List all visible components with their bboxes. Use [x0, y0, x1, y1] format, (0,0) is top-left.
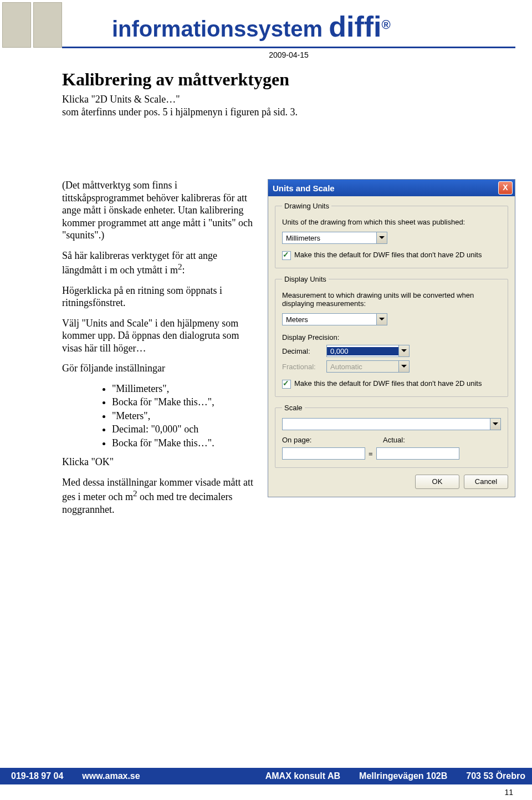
ok-button[interactable]: OK — [415, 475, 459, 489]
onpage-label: On page: — [282, 436, 354, 444]
page-title: Kalibrering av måttverktygen — [62, 69, 515, 90]
paragraph-1: (Det måttverktyg som finns i tittskåpspr… — [62, 179, 257, 242]
display-units-legend: Display Units — [282, 275, 329, 283]
paragraph-5: Gör följande inställningar — [62, 362, 257, 375]
fractional-label: Fractional: — [282, 363, 322, 371]
fractional-value: Automatic — [327, 363, 398, 371]
header-brand: diffi — [329, 11, 381, 43]
chevron-down-icon — [376, 314, 387, 325]
chevron-down-icon — [398, 361, 409, 372]
display-units-checkbox-label: Make this the default for DWF files that… — [294, 379, 482, 388]
list-item: "Meters", — [112, 410, 257, 422]
page-number: 11 — [504, 788, 513, 797]
paragraph-4: Välj "Units and Scale" i den hjälpmeny s… — [62, 317, 257, 355]
decimal-value: 0,000 — [327, 347, 398, 355]
chevron-down-icon — [490, 419, 500, 430]
drawing-units-checkbox-label: Make this the default for DWF files that… — [294, 251, 482, 259]
cancel-button[interactable]: Cancel — [464, 475, 508, 489]
decimal-label: Decimal: — [282, 347, 322, 355]
decimal-combo[interactable]: 0,000 — [326, 345, 410, 357]
drawing-units-default-checkbox[interactable] — [282, 251, 291, 260]
drawing-units-combo[interactable]: Millimeters — [282, 232, 387, 244]
close-icon[interactable]: X — [498, 181, 513, 195]
intro-line-2: som återfinns under pos. 5 i hjälpmenyn … — [62, 106, 515, 119]
scale-legend: Scale — [282, 404, 305, 412]
chevron-down-icon — [398, 345, 409, 356]
display-units-caption: Measurement to which drawing units will … — [282, 291, 501, 308]
intro-line-1: Klicka "2D Units & Scale…" — [62, 93, 515, 106]
chevron-down-icon — [376, 232, 387, 243]
drawing-units-value: Millimeters — [283, 234, 376, 242]
display-units-combo[interactable]: Meters — [282, 313, 387, 325]
drawing-units-caption: Units of the drawing from which this she… — [282, 218, 501, 226]
registered-mark: ® — [382, 18, 391, 32]
list-item: Bocka för "Make this…", — [112, 396, 257, 409]
display-units-group: Display Units Measurement to which drawi… — [275, 275, 508, 397]
footer-bar: 019-18 97 04 www.amax.se AMAX konsult AB… — [0, 768, 532, 784]
drawing-units-legend: Drawing Units — [282, 202, 331, 210]
list-item: Bocka för "Make this…". — [112, 437, 257, 450]
header-date: 2009-04-15 — [62, 50, 515, 59]
list-item: "Millimeters", — [112, 383, 257, 395]
display-units-value: Meters — [283, 315, 376, 324]
drawing-units-group: Drawing Units Units of the drawing from … — [275, 202, 508, 268]
units-and-scale-dialog: Units and Scale X Drawing Units Units of… — [268, 179, 515, 497]
onpage-input[interactable] — [282, 447, 365, 460]
scale-group: Scale On page: Actual: = — [275, 404, 508, 468]
header-rule — [62, 47, 515, 48]
equals-sign: = — [369, 450, 373, 458]
background-decoration — [0, 0, 58, 50]
dialog-title: Units and Scale — [273, 184, 335, 193]
footer-phone: 019-18 97 04 — [11, 771, 63, 781]
fractional-combo: Automatic — [326, 360, 410, 373]
paragraph-7: Med dessa inställningar kommer visade må… — [62, 476, 257, 516]
list-item: Decimal: "0,000" och — [112, 423, 257, 436]
paragraph-3: Högerklicka på en ritning som öppnats i … — [62, 284, 257, 309]
footer-postal: 703 53 Örebro — [466, 771, 525, 781]
settings-list: "Millimeters", Bocka för "Make this…", "… — [62, 383, 257, 450]
header-title-prefix: informationssystem — [112, 17, 329, 41]
footer-address: Mellringevägen 102B — [359, 771, 447, 781]
paragraph-2: Så här kalibreras verktyget för att ange… — [62, 249, 257, 277]
display-precision-label: Display Precision: — [282, 333, 501, 342]
display-units-default-checkbox[interactable] — [282, 380, 291, 389]
actual-input[interactable] — [376, 447, 459, 460]
header-title: informationssystem diffi® — [112, 10, 515, 43]
actual-label: Actual: — [383, 436, 405, 444]
scale-combo[interactable] — [282, 418, 501, 430]
dialog-titlebar: Units and Scale X — [268, 180, 515, 196]
footer-company: AMAX konsult AB — [265, 771, 340, 781]
footer-url: www.amax.se — [82, 771, 140, 781]
paragraph-6: Klicka "OK" — [62, 456, 257, 468]
